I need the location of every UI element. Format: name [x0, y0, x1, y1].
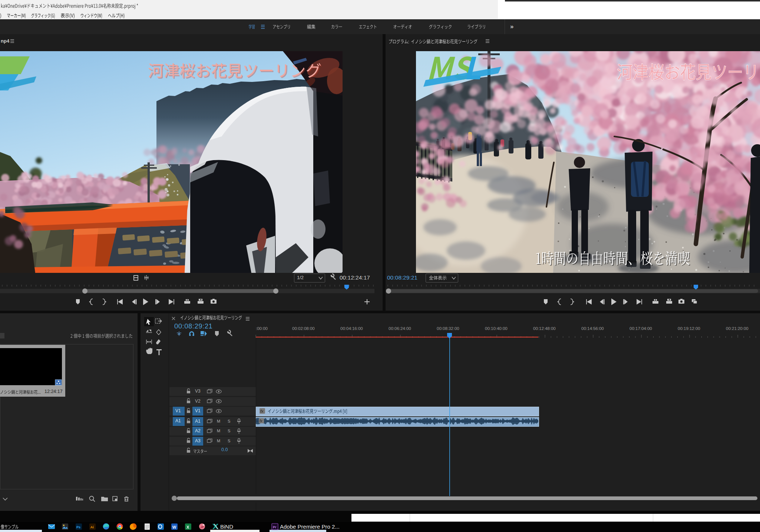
svg-text:Pr: Pr	[273, 525, 277, 529]
svg-text:X: X	[186, 525, 189, 529]
svg-text:Ai: Ai	[90, 525, 94, 529]
svg-text:Ps: Ps	[76, 525, 80, 529]
svg-text:W: W	[172, 525, 176, 529]
